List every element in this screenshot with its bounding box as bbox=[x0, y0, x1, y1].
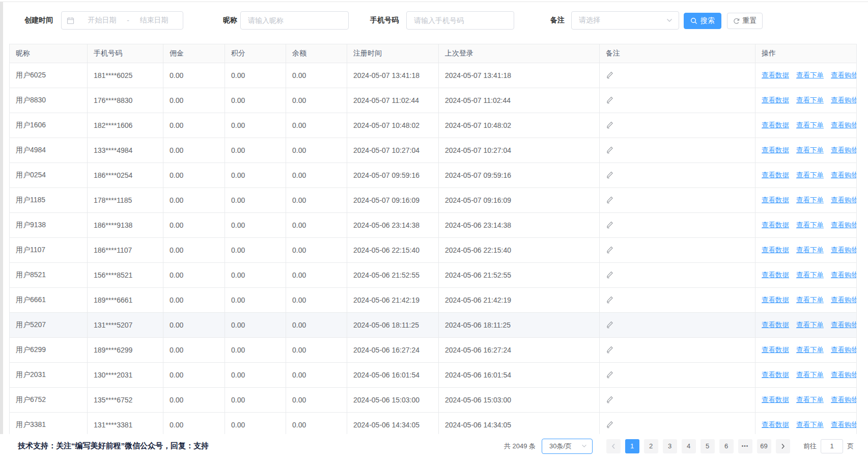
page-button[interactable]: 6 bbox=[719, 439, 734, 453]
page-button[interactable]: 5 bbox=[701, 439, 715, 453]
action-link[interactable]: 查看购物车 bbox=[831, 346, 857, 354]
action-link[interactable]: 查看购物车 bbox=[831, 96, 857, 104]
action-link[interactable]: 查看下单 bbox=[796, 246, 824, 254]
table-row: 用户1185 178****1185 0.00 0.00 0.00 2024-0… bbox=[10, 188, 857, 213]
action-link[interactable]: 查看下单 bbox=[796, 146, 824, 154]
action-link[interactable]: 查看购物车 bbox=[831, 196, 857, 204]
page-button[interactable]: 2 bbox=[644, 439, 658, 453]
action-link[interactable]: 查看下单 bbox=[796, 296, 824, 304]
pencil-icon[interactable] bbox=[606, 196, 614, 205]
goto-page-input[interactable] bbox=[821, 439, 843, 453]
start-date-placeholder[interactable]: 开始日期 bbox=[78, 16, 126, 25]
reset-button[interactable]: 重置 bbox=[727, 13, 763, 29]
action-link[interactable]: 查看数据 bbox=[762, 271, 789, 279]
pencil-icon[interactable] bbox=[606, 345, 614, 355]
action-link[interactable]: 查看数据 bbox=[762, 296, 789, 304]
action-link[interactable]: 查看购物车 bbox=[831, 71, 857, 79]
action-link[interactable]: 查看数据 bbox=[762, 421, 789, 428]
pencil-icon[interactable] bbox=[606, 221, 614, 230]
action-link[interactable]: 查看购物车 bbox=[831, 321, 857, 329]
action-link[interactable]: 查看数据 bbox=[762, 321, 789, 329]
action-link[interactable]: 查看数据 bbox=[762, 221, 789, 229]
last-login-cell: 2024-05-07 13:41:18 bbox=[439, 63, 600, 88]
action-link[interactable]: 查看购物车 bbox=[831, 271, 857, 279]
action-link[interactable]: 查看下单 bbox=[796, 121, 824, 129]
next-page-button[interactable] bbox=[776, 439, 790, 453]
action-link[interactable]: 查看购物车 bbox=[831, 246, 857, 254]
pencil-icon[interactable] bbox=[606, 246, 614, 255]
action-link[interactable]: 查看数据 bbox=[762, 196, 789, 204]
phone-cell: 186****0254 bbox=[88, 163, 163, 188]
action-link[interactable]: 查看购物车 bbox=[831, 396, 857, 403]
action-link[interactable]: 查看数据 bbox=[762, 396, 789, 403]
phone-cell: 130****2031 bbox=[88, 363, 163, 388]
pencil-icon[interactable] bbox=[606, 121, 614, 130]
search-button[interactable]: 搜索 bbox=[684, 13, 721, 29]
nickname-input[interactable] bbox=[248, 16, 341, 24]
page-button[interactable]: 3 bbox=[663, 439, 677, 453]
pencil-icon[interactable] bbox=[606, 71, 614, 80]
action-link[interactable]: 查看购物车 bbox=[831, 171, 857, 179]
table-row: 用户6025 181****6025 0.00 0.00 0.00 2024-0… bbox=[10, 63, 857, 88]
page-size-select[interactable]: 30条/页 bbox=[542, 439, 593, 454]
column-header: 昵称 bbox=[10, 44, 88, 63]
date-range-separator: - bbox=[126, 16, 130, 24]
pencil-icon[interactable] bbox=[606, 320, 614, 330]
action-link[interactable]: 查看下单 bbox=[796, 271, 824, 279]
points-cell: 0.00 bbox=[225, 363, 286, 388]
action-link[interactable]: 查看数据 bbox=[762, 96, 789, 104]
actions-cell row-actions: 查看数据查看下单查看购物车 bbox=[755, 313, 857, 338]
action-link[interactable]: 查看下单 bbox=[796, 221, 824, 229]
action-link[interactable]: 查看下单 bbox=[796, 421, 824, 428]
action-link[interactable]: 查看购物车 bbox=[831, 121, 857, 129]
pencil-icon[interactable] bbox=[606, 370, 614, 380]
last-login-cell: 2024-05-06 15:03:00 bbox=[439, 388, 600, 413]
prev-page-button[interactable] bbox=[606, 439, 621, 453]
action-link[interactable]: 查看下单 bbox=[796, 346, 824, 354]
pencil-icon[interactable] bbox=[606, 96, 614, 105]
action-link[interactable]: 查看购物车 bbox=[831, 296, 857, 304]
action-link[interactable]: 查看数据 bbox=[762, 121, 789, 129]
table-row: 用户4984 133****4984 0.00 0.00 0.00 2024-0… bbox=[10, 138, 857, 163]
action-link[interactable]: 查看下单 bbox=[796, 71, 824, 79]
pencil-icon[interactable] bbox=[606, 395, 614, 405]
action-link[interactable]: 查看购物车 bbox=[831, 371, 857, 379]
action-link[interactable]: 查看数据 bbox=[762, 371, 789, 379]
action-link[interactable]: 查看数据 bbox=[762, 71, 789, 79]
action-link[interactable]: 查看数据 bbox=[762, 171, 789, 179]
more-pages-button[interactable]: ••• bbox=[738, 439, 752, 453]
pencil-icon[interactable] bbox=[606, 295, 614, 305]
action-link[interactable]: 查看购物车 bbox=[831, 221, 857, 229]
page-button[interactable]: 1 bbox=[625, 439, 639, 453]
register-time-cell: 2024-05-06 18:11:25 bbox=[347, 313, 439, 338]
end-date-placeholder[interactable]: 结束日期 bbox=[130, 16, 178, 25]
actions-cell row-actions: 查看数据查看下单查看购物车 bbox=[755, 263, 857, 288]
pencil-icon[interactable] bbox=[606, 171, 614, 180]
pencil-icon[interactable] bbox=[606, 271, 614, 280]
column-header: 手机号码 bbox=[88, 44, 163, 63]
phone-input[interactable] bbox=[414, 16, 507, 24]
remark-select[interactable]: 请选择 bbox=[571, 11, 679, 30]
action-link[interactable]: 查看下单 bbox=[796, 171, 824, 179]
action-link[interactable]: 查看数据 bbox=[762, 246, 789, 254]
remark-cell bbox=[600, 188, 755, 213]
action-link[interactable]: 查看下单 bbox=[796, 96, 824, 104]
action-link[interactable]: 查看数据 bbox=[762, 146, 789, 154]
remark-cell bbox=[600, 363, 755, 388]
action-link[interactable]: 查看数据 bbox=[762, 346, 789, 354]
commission-cell: 0.00 bbox=[163, 388, 225, 413]
date-range-picker[interactable]: 开始日期 - 结束日期 bbox=[61, 11, 183, 30]
register-time-cell: 2024-05-06 21:42:19 bbox=[347, 288, 439, 313]
total-count: 共 2049 条 bbox=[504, 442, 536, 451]
remark-cell bbox=[600, 288, 755, 313]
action-link[interactable]: 查看购物车 bbox=[831, 146, 857, 154]
last-page-button[interactable]: 69 bbox=[757, 439, 771, 453]
action-link[interactable]: 查看下单 bbox=[796, 396, 824, 403]
pencil-icon[interactable] bbox=[606, 420, 614, 430]
page-button[interactable]: 4 bbox=[682, 439, 696, 453]
pencil-icon[interactable] bbox=[606, 146, 614, 155]
action-link[interactable]: 查看下单 bbox=[796, 196, 824, 204]
action-link[interactable]: 查看下单 bbox=[796, 321, 824, 329]
action-link[interactable]: 查看下单 bbox=[796, 371, 824, 379]
action-link[interactable]: 查看购物车 bbox=[831, 421, 857, 428]
